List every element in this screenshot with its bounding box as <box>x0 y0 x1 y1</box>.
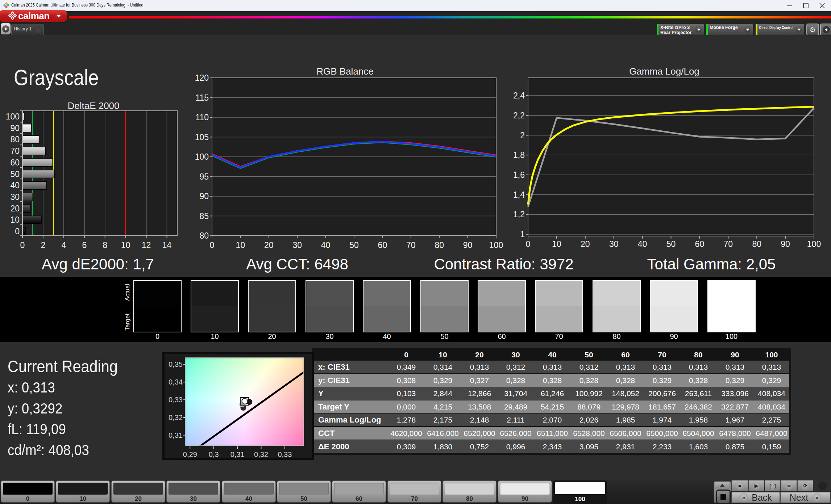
svg-text:12: 12 <box>142 240 151 250</box>
svg-text:14: 14 <box>162 240 172 250</box>
svg-text:50: 50 <box>10 169 20 179</box>
svg-text:DeltaE 2000: DeltaE 2000 <box>67 100 119 111</box>
svg-text:50: 50 <box>349 240 359 250</box>
svg-text:0,31: 0,31 <box>230 450 245 458</box>
svg-text:120: 120 <box>195 73 209 83</box>
svg-text:20: 20 <box>10 204 20 213</box>
svg-text:10: 10 <box>552 239 561 249</box>
svg-text:0: 0 <box>210 240 215 250</box>
svg-text:100: 100 <box>6 112 20 121</box>
svg-text:85: 85 <box>199 211 209 221</box>
svg-text:90: 90 <box>10 123 20 133</box>
svg-text:80: 80 <box>199 231 209 240</box>
svg-text:10: 10 <box>10 215 20 224</box>
svg-text:2,2: 2,2 <box>513 111 525 120</box>
svg-text:100: 100 <box>807 239 821 249</box>
svg-text:0,29: 0,29 <box>183 450 197 458</box>
svg-text:0,32: 0,32 <box>169 413 183 421</box>
svg-text:40: 40 <box>10 181 20 190</box>
svg-text:60: 60 <box>10 158 20 167</box>
svg-text:70: 70 <box>406 240 416 250</box>
svg-text:RGB Balance: RGB Balance <box>316 66 374 77</box>
svg-text:0,33: 0,33 <box>278 450 292 458</box>
svg-text:70: 70 <box>10 146 20 156</box>
svg-text:95: 95 <box>199 172 209 181</box>
svg-text:0,31: 0,31 <box>169 431 183 439</box>
svg-text:0: 0 <box>20 240 25 250</box>
svg-text:0,32: 0,32 <box>254 450 268 458</box>
svg-text:60: 60 <box>378 240 387 250</box>
svg-text:0,34: 0,34 <box>169 378 183 386</box>
svg-text:80: 80 <box>435 240 444 250</box>
svg-text:6: 6 <box>82 240 87 250</box>
svg-text:100: 100 <box>489 240 503 250</box>
svg-text:0,33: 0,33 <box>169 396 183 404</box>
svg-text:90: 90 <box>781 239 790 249</box>
svg-text:4: 4 <box>62 240 66 250</box>
svg-text:60: 60 <box>695 239 705 249</box>
svg-text:Gamma Log/Log: Gamma Log/Log <box>629 66 699 77</box>
svg-text:50: 50 <box>666 239 676 249</box>
svg-text:10: 10 <box>121 240 130 250</box>
svg-text:90: 90 <box>199 192 209 201</box>
svg-text:1,6: 1,6 <box>513 170 525 180</box>
svg-text:2: 2 <box>520 131 525 140</box>
svg-text:8: 8 <box>103 240 107 250</box>
svg-text:0,3: 0,3 <box>209 450 219 458</box>
svg-text:40: 40 <box>638 239 647 249</box>
svg-text:0,35: 0,35 <box>169 360 183 368</box>
svg-text:105: 105 <box>195 133 209 142</box>
svg-text:80: 80 <box>752 239 761 249</box>
svg-text:1,4: 1,4 <box>513 190 525 200</box>
svg-text:1,2: 1,2 <box>513 210 525 219</box>
svg-text:70: 70 <box>724 239 733 249</box>
svg-text:80: 80 <box>10 135 20 144</box>
svg-text:1: 1 <box>520 230 525 239</box>
svg-text:115: 115 <box>195 93 209 102</box>
svg-text:1,8: 1,8 <box>513 150 525 160</box>
svg-text:30: 30 <box>292 240 302 250</box>
svg-text:100: 100 <box>195 152 209 161</box>
svg-text:0: 0 <box>15 227 20 236</box>
svg-text:10: 10 <box>236 240 245 250</box>
svg-text:90: 90 <box>463 240 473 250</box>
svg-text:110: 110 <box>195 113 209 122</box>
svg-text:30: 30 <box>10 192 20 202</box>
svg-text:0: 0 <box>526 239 531 249</box>
svg-text:20: 20 <box>264 240 274 250</box>
svg-text:2: 2 <box>41 240 46 250</box>
svg-text:30: 30 <box>609 239 619 249</box>
svg-text:2,4: 2,4 <box>513 91 525 100</box>
svg-text:20: 20 <box>581 239 590 249</box>
svg-text:40: 40 <box>321 240 331 250</box>
